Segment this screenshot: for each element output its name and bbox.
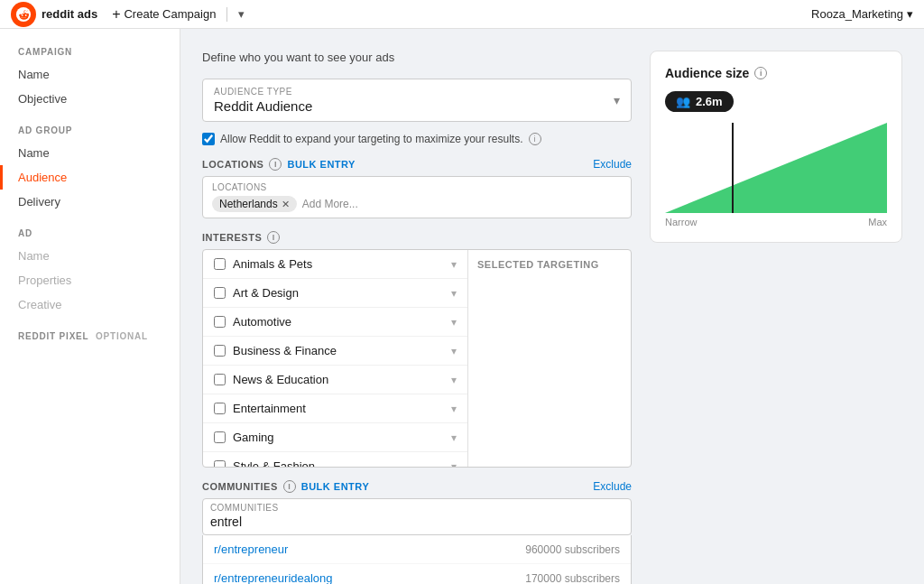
main-content: Define who you want to see your ads Audi… bbox=[180, 29, 924, 584]
interest-label: Style & Fashion bbox=[233, 459, 315, 467]
interests-info-icon[interactable]: i bbox=[267, 231, 280, 244]
interest-checkbox[interactable] bbox=[214, 287, 226, 299]
sidebar-item-adgroup-name[interactable]: Name bbox=[0, 141, 180, 165]
interest-item[interactable]: Style & Fashion ▾ bbox=[203, 452, 467, 467]
adgroup-section-label: Ad Group bbox=[0, 125, 180, 141]
interest-expand-icon: ▾ bbox=[451, 258, 457, 271]
interest-checkbox[interactable] bbox=[214, 403, 226, 414]
create-campaign-button[interactable]: + Create Campaign bbox=[112, 6, 216, 23]
interests-list: Animals & Pets ▾ Art & Design ▾ Automoti… bbox=[203, 250, 468, 467]
communities-label: Communities bbox=[202, 481, 278, 492]
locations-box: Locations Netherlands ✕ Add More... bbox=[202, 176, 632, 218]
interest-expand-icon: ▾ bbox=[451, 345, 457, 357]
locations-bulk-entry[interactable]: Bulk Entry bbox=[287, 159, 355, 170]
interests-label: Interests bbox=[202, 232, 262, 243]
communities-info-icon[interactable]: i bbox=[283, 480, 296, 493]
interest-checkbox[interactable] bbox=[214, 374, 226, 385]
communities-exclude[interactable]: Exclude bbox=[593, 480, 632, 493]
locations-header: Locations i Bulk Entry Exclude bbox=[202, 158, 632, 171]
reddit-logo-icon bbox=[11, 2, 36, 27]
audience-card-title: Audience size i bbox=[665, 66, 887, 80]
interest-expand-icon: ▾ bbox=[451, 287, 457, 300]
sidebar-item-ad-name: Name bbox=[0, 244, 180, 268]
sidebar-item-campaign-objective[interactable]: Objective bbox=[0, 87, 180, 111]
expand-targeting-row: Allow Reddit to expand your targeting to… bbox=[202, 133, 632, 145]
locations-info-icon[interactable]: i bbox=[269, 158, 282, 171]
interests-section: Interests i Animals & Pets ▾ Art & Desig… bbox=[202, 231, 632, 468]
interests-panel: Animals & Pets ▾ Art & Design ▾ Automoti… bbox=[202, 249, 632, 468]
layout: Campaign Name Objective Ad Group Name Au… bbox=[0, 29, 924, 584]
audience-size-value: 2.6m bbox=[696, 95, 723, 108]
sidebar-item-ad-creative: Creative bbox=[0, 292, 180, 317]
community-subs: 960000 subscribers bbox=[525, 543, 620, 556]
audience-type-label: Audience Type bbox=[214, 87, 620, 97]
audience-type-chevron-icon: ▾ bbox=[614, 93, 620, 107]
interest-item[interactable]: Business & Finance ▾ bbox=[203, 337, 467, 366]
interest-label: News & Education bbox=[233, 373, 328, 386]
create-campaign-label: Create Campaign bbox=[124, 7, 216, 21]
interest-label: Animals & Pets bbox=[233, 257, 312, 271]
topbar: reddit ads + Create Campaign ▾ Rooza_Mar… bbox=[0, 0, 924, 29]
interest-item[interactable]: Automotive ▾ bbox=[203, 308, 467, 337]
expand-info-icon[interactable]: i bbox=[529, 133, 541, 145]
audience-size-badge: 👥 2.6m bbox=[665, 91, 734, 112]
community-row[interactable]: r/entrepreneur 960000 subscribers bbox=[203, 535, 631, 564]
community-name: r/entrepreneur bbox=[214, 542, 288, 556]
location-tag-netherlands: Netherlands ✕ bbox=[212, 196, 297, 212]
sidebar-item-adgroup-delivery[interactable]: Delivery bbox=[0, 190, 180, 214]
sidebar-item-campaign-name[interactable]: Name bbox=[0, 62, 180, 87]
user-menu[interactable]: Rooza_Marketing ▾ bbox=[811, 7, 913, 21]
audience-axis-max: Max bbox=[868, 217, 887, 227]
interest-checkbox[interactable] bbox=[214, 460, 226, 467]
community-name: r/entrepreneuridealong bbox=[214, 571, 333, 584]
location-tag-remove[interactable]: ✕ bbox=[282, 199, 290, 210]
communities-search-input[interactable] bbox=[210, 513, 624, 531]
topbar-divider bbox=[226, 7, 227, 22]
interest-item[interactable]: Gaming ▾ bbox=[203, 423, 467, 452]
topbar-dropdown[interactable]: ▾ bbox=[238, 7, 245, 21]
expand-targeting-checkbox[interactable] bbox=[202, 133, 215, 145]
sidebar-item-adgroup-audience[interactable]: Audience bbox=[0, 165, 180, 190]
interest-label: Gaming bbox=[233, 431, 274, 444]
community-subs: 170000 subscribers bbox=[525, 572, 620, 585]
locations-section-left: Locations i Bulk Entry bbox=[202, 158, 356, 171]
user-label: Rooza_Marketing bbox=[811, 7, 903, 21]
ad-section-label: Ad bbox=[0, 228, 180, 244]
locations-inner-label: Locations bbox=[212, 182, 622, 192]
interest-checkbox[interactable] bbox=[214, 345, 226, 357]
form-area: Define who you want to see your ads Audi… bbox=[202, 51, 632, 584]
interest-label: Entertainment bbox=[233, 402, 306, 415]
communities-section: Communities i Bulk Entry Exclude Communi… bbox=[202, 480, 632, 584]
audience-size-info-icon[interactable]: i bbox=[754, 67, 767, 79]
audience-chart-svg bbox=[665, 123, 887, 213]
communities-bulk-entry[interactable]: Bulk Entry bbox=[301, 481, 369, 492]
interest-label: Automotive bbox=[233, 315, 291, 329]
interest-expand-icon: ▾ bbox=[451, 316, 457, 329]
interest-item[interactable]: Animals & Pets ▾ bbox=[203, 250, 467, 279]
interest-item[interactable]: Art & Design ▾ bbox=[203, 279, 467, 308]
audience-card: Audience size i 👥 2.6m Narrow Max bbox=[650, 51, 902, 243]
reddit-logo: reddit ads bbox=[11, 2, 97, 27]
campaign-section-label: Campaign bbox=[0, 47, 180, 62]
interest-label: Art & Design bbox=[233, 286, 299, 300]
dropdown-chevron: ▾ bbox=[238, 7, 245, 21]
audience-chart bbox=[665, 123, 887, 213]
audience-type-dropdown[interactable]: Audience Type Reddit Audience ▾ bbox=[202, 79, 632, 122]
communities-section-left: Communities i Bulk Entry bbox=[202, 480, 369, 493]
locations-exclude[interactable]: Exclude bbox=[593, 158, 632, 171]
locations-label: Locations bbox=[202, 159, 263, 170]
audience-type-value: Reddit Audience bbox=[214, 98, 620, 114]
interest-item[interactable]: News & Education ▾ bbox=[203, 366, 467, 394]
interest-expand-icon: ▾ bbox=[451, 403, 457, 415]
selected-targeting-pane: Selected Targeting bbox=[468, 250, 631, 467]
interest-checkbox[interactable] bbox=[214, 431, 226, 443]
user-chevron: ▾ bbox=[907, 7, 913, 21]
audience-needle bbox=[732, 123, 734, 213]
expand-targeting-label: Allow Reddit to expand your targeting to… bbox=[220, 133, 523, 145]
interest-item[interactable]: Entertainment ▾ bbox=[203, 394, 467, 423]
add-more-locations[interactable]: Add More... bbox=[302, 198, 358, 210]
community-row[interactable]: r/entrepreneuridealong 170000 subscriber… bbox=[203, 564, 631, 584]
interests-section-left: Interests i bbox=[202, 231, 280, 244]
interest-checkbox[interactable] bbox=[214, 316, 226, 328]
interest-checkbox[interactable] bbox=[214, 258, 226, 270]
